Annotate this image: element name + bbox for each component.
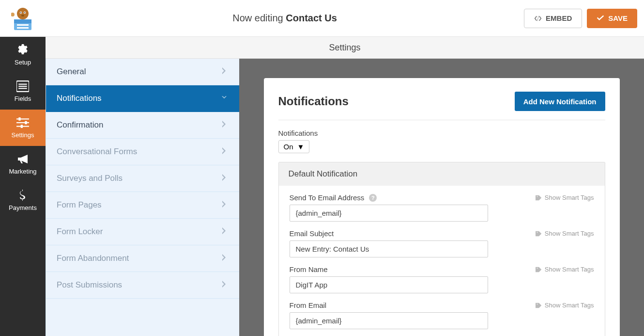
select-value: On — [284, 143, 293, 151]
field-label: Send To Email Address — [290, 193, 365, 202]
svg-point-4 — [17, 8, 29, 19]
tags-icon — [536, 303, 542, 308]
sidebar-item-notifications[interactable]: Notifications — [46, 85, 239, 112]
svg-rect-13 — [18, 86, 27, 87]
email-subject-input[interactable] — [290, 240, 488, 257]
list-icon — [16, 80, 29, 92]
svg-rect-1 — [14, 19, 31, 23]
notification-box-title: Default Notification — [279, 162, 605, 186]
save-label: SAVE — [608, 14, 628, 22]
sidebar-item-confirmation[interactable]: Confirmation — [46, 112, 239, 139]
dollar-icon — [16, 190, 29, 201]
svg-rect-20 — [21, 125, 23, 128]
topbar: Now editing Contact Us EMBED SAVE — [0, 0, 644, 37]
chevron-right-icon — [222, 280, 227, 290]
notification-box: Default Notification Send To Email Addre… — [278, 162, 605, 336]
nav-settings[interactable]: Settings — [0, 110, 46, 146]
sidebar-item-label: Form Pages — [57, 200, 102, 210]
from-email-input[interactable] — [290, 312, 488, 329]
settings-card: Notifications Add New Notification Notif… — [264, 78, 620, 336]
field-label: From Email — [290, 301, 327, 309]
nav-marketing[interactable]: Marketing — [0, 146, 46, 182]
field-label: Email Subject — [290, 229, 334, 238]
svg-point-9 — [21, 15, 24, 16]
sidebar-item-label: Form Locker — [57, 227, 103, 237]
field-row-from-name: From Name Show Smart Tags — [290, 265, 594, 293]
svg-rect-19 — [25, 121, 27, 125]
form-name: Contact Us — [286, 13, 337, 23]
sidebar-item-form-pages[interactable]: Form Pages — [46, 192, 239, 219]
subheader: Settings — [46, 37, 644, 59]
send-to-email-input[interactable] — [290, 205, 488, 222]
show-smart-tags-link[interactable]: Show Smart Tags — [536, 266, 594, 273]
tags-icon — [536, 195, 542, 201]
sliders-icon — [16, 117, 29, 128]
nav-label: Setup — [15, 59, 31, 66]
chevron-right-icon — [222, 67, 227, 77]
sidebar-item-form-abandonment[interactable]: Form Abandonment — [46, 245, 239, 272]
notifications-toggle-select[interactable]: On ▼ — [278, 140, 310, 153]
primary-nav: Setup Fields Settings Marketing Payments — [0, 37, 46, 336]
notifications-toggle-label: Notifications — [278, 129, 605, 137]
topbar-actions: EMBED SAVE — [524, 9, 637, 28]
show-smart-tags-link[interactable]: Show Smart Tags — [536, 230, 594, 237]
field-label: From Name — [290, 265, 328, 273]
svg-point-7 — [20, 12, 21, 13]
nav-label: Marketing — [9, 168, 36, 175]
chevron-right-icon — [222, 227, 227, 237]
help-icon[interactable]: ? — [369, 194, 377, 202]
settings-sidebar: General Notifications Confirmation Conve… — [46, 59, 239, 336]
nav-label: Settings — [12, 131, 34, 139]
sidebar-item-post-submissions[interactable]: Post Submissions — [46, 272, 239, 299]
sidebar-item-label: Conversational Forms — [57, 147, 137, 157]
sidebar-item-label: Confirmation — [57, 120, 103, 130]
subheader-title: Settings — [329, 43, 360, 53]
show-smart-tags-link[interactable]: Show Smart Tags — [536, 194, 594, 201]
nav-label: Payments — [9, 204, 37, 211]
svg-rect-14 — [18, 88, 27, 89]
sidebar-item-label: Notifications — [57, 94, 102, 103]
svg-rect-15 — [16, 118, 29, 119]
field-row-email-subject: Email Subject Show Smart Tags — [290, 229, 594, 257]
add-notification-button[interactable]: Add New Notification — [515, 92, 605, 111]
chevron-right-icon — [222, 174, 227, 183]
save-button[interactable]: SAVE — [587, 9, 637, 28]
svg-rect-2 — [17, 24, 29, 26]
nav-label: Fields — [15, 95, 31, 102]
sidebar-item-label: Surveys and Polls — [57, 174, 123, 183]
sidebar-item-conversational-forms[interactable]: Conversational Forms — [46, 139, 239, 165]
from-name-input[interactable] — [290, 276, 488, 293]
chevron-right-icon — [222, 120, 227, 130]
svg-rect-18 — [18, 117, 20, 121]
bullhorn-icon — [16, 153, 29, 165]
svg-rect-3 — [17, 27, 29, 29]
gear-icon — [16, 44, 29, 56]
nav-payments[interactable]: Payments — [0, 182, 46, 219]
sidebar-item-form-locker[interactable]: Form Locker — [46, 219, 239, 245]
app-logo — [0, 0, 46, 37]
nav-fields[interactable]: Fields — [0, 73, 46, 110]
check-icon — [597, 15, 604, 22]
svg-point-10 — [11, 13, 15, 16]
editing-title: Now editing Contact Us — [46, 13, 524, 24]
code-icon — [534, 15, 542, 22]
editing-prefix: Now editing — [232, 13, 283, 23]
show-smart-tags-link[interactable]: Show Smart Tags — [536, 302, 594, 309]
sidebar-item-label: General — [57, 67, 86, 77]
embed-button[interactable]: EMBED — [524, 9, 582, 28]
caret-down-icon: ▼ — [297, 143, 305, 151]
tags-icon — [536, 267, 542, 272]
sidebar-item-general[interactable]: General — [46, 59, 239, 85]
svg-rect-12 — [18, 84, 27, 85]
embed-label: EMBED — [546, 14, 572, 22]
svg-point-8 — [24, 12, 25, 13]
chevron-right-icon — [222, 147, 227, 157]
chevron-down-icon — [222, 94, 227, 103]
sidebar-item-surveys-polls[interactable]: Surveys and Polls — [46, 165, 239, 192]
chevron-right-icon — [222, 254, 227, 263]
nav-setup[interactable]: Setup — [0, 37, 46, 73]
sidebar-item-label: Form Abandonment — [57, 254, 129, 263]
field-row-send-to: Send To Email Address ? Show Smart Tags — [290, 193, 594, 222]
tags-icon — [536, 231, 542, 237]
panel-title: Notifications — [278, 95, 349, 108]
